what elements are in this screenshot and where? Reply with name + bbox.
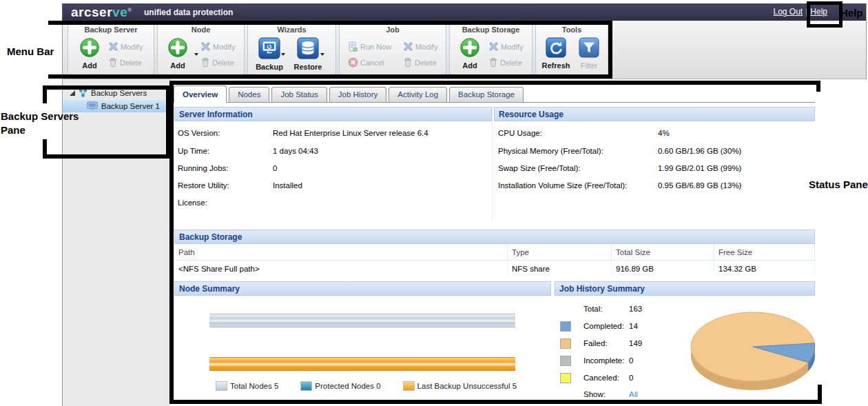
tab-overview[interactable]: Overview [174,85,227,103]
field-label: Up Time: [178,147,273,155]
legend-label: Protected Nodes 0 [315,382,380,390]
legend-item-total-nodes: Total Nodes 5 [216,381,278,391]
filter-button[interactable]: Filter [573,37,605,70]
field-label: Installation Volume Size (Free/Total): [498,181,658,190]
job-modify-button[interactable]: Modify [403,39,437,54]
field-value: 1 days 04:43 [273,147,318,155]
show-all-link[interactable]: All [629,390,638,398]
group-title: Backup Storage [450,24,532,36]
job-history-summary-panel: Job History Summary Total:163 Completed:… [555,281,815,403]
annotation-backup-servers-pane-line2: Pane [1,124,25,136]
job-delete-button[interactable]: Delete [403,54,437,70]
filter-label: Filter [573,61,605,70]
group-wizards: Wizards Backup Restore [247,23,336,75]
cell-free-size: 134.32 GB [714,261,815,277]
chevron-down-icon[interactable] [320,53,324,56]
delete-label: Delete [415,59,437,67]
column-header-path[interactable]: Path [174,244,508,261]
chevron-down-icon[interactable] [194,53,198,56]
panel-title: Resource Usage [494,107,815,121]
add-icon [459,37,480,58]
group-title: Job [340,24,446,36]
tab-job-history[interactable]: Job History [329,87,387,102]
job-cancel-button[interactable]: Cancel [348,54,391,70]
panel-title: Node Summary [174,281,551,296]
chevron-down-icon[interactable] [281,53,285,56]
logout-link[interactable]: Log Out [773,7,803,17]
annotation-backup-servers-pane-line1: Backup Servers [1,110,79,122]
field-value: 0 [273,164,277,172]
annotation-menu-bar-label: Menu Bar [7,45,54,57]
protected-nodes-swatch [300,381,312,391]
backup-servers-pane: Backup Servers Backup Server 1 [62,79,170,406]
tree-expander-icon[interactable] [70,90,75,96]
restore-wizard-button[interactable]: Restore [292,37,324,71]
trash-icon [200,57,210,68]
node-delete-button[interactable]: Delete [200,54,235,70]
menu-bar: Backup Server Add Modify Delete Node [62,21,867,79]
tree-callout-right-line [166,85,170,159]
backup-wizard-icon [258,37,280,59]
panel-title: Server Information [174,107,492,121]
backup-server-delete-button[interactable]: Delete [108,54,143,70]
annotation-status-pane-label: Status Pane [809,179,868,190]
menu-bar-callout-bottom-line [48,74,612,79]
legend-item-protected-nodes: Protected Nodes 0 [300,381,380,391]
field-label: Restore Utility: [178,181,273,190]
add-label: Add [162,61,194,70]
tree-callout-top-line [43,85,170,90]
group-title: Wizards [248,24,335,36]
run-now-icon [348,41,358,52]
jh-value: 0 [629,374,633,382]
jh-value: 163 [629,305,642,313]
menu-bar-callout-right-line [608,21,612,79]
column-header-type[interactable]: Type [508,244,612,261]
legend-label: Last Backup Unsuccessful 5 [417,382,517,390]
modify-icon [200,41,211,52]
completed-swatch [560,321,571,332]
tab-backup-storage[interactable]: Backup Storage [449,87,524,102]
status-pane: Overview Nodes Job Status Job History Ac… [170,79,815,406]
job-run-now-button[interactable]: Run Now [348,39,391,54]
cancel-icon [348,57,358,68]
column-header-free-size[interactable]: Free Size [714,244,815,261]
group-node: Node Add Modify Delete [157,23,245,75]
app-header: arcserve® unified data protection Log Ou… [62,3,867,21]
backup-storage-delete-button[interactable]: Delete [488,54,523,70]
tab-job-status[interactable]: Job Status [271,87,327,102]
group-backup-server: Backup Server Add Modify Delete [68,23,154,75]
column-header-total-size[interactable]: Total Size [612,244,714,261]
node-add-button[interactable]: Add [162,37,194,70]
tab-nodes[interactable]: Nodes [229,87,269,102]
backup-storage-panel: Backup Storage Path Type Total Size Free… [174,230,815,276]
arcserve-logo: arcserve® [71,5,132,20]
field-label: License: [178,199,273,207]
server-information-panel: Server Information OS Version:Red Hat En… [174,107,493,221]
legend-item-last-backup-unsuccessful: Last Backup Unsuccessful 5 [403,381,517,391]
backup-server-modify-button[interactable]: Modify [108,39,143,54]
group-tools: Tools Refresh Filter [535,23,608,75]
cell-type: NFS share [508,261,612,277]
total-nodes-bar [209,314,515,327]
main-area: Backup Servers Backup Server 1 Overview … [62,79,867,406]
cancel-label: Cancel [360,59,384,67]
tab-activity-log[interactable]: Activity Log [389,87,447,102]
tree-server-label: Backup Server 1 [101,102,160,110]
node-modify-button[interactable]: Modify [200,39,235,54]
cell-path: <NFS Share Full path> [174,261,508,277]
backup-server-add-button[interactable]: Add [74,37,105,70]
backup-storage-modify-button[interactable]: Modify [488,39,523,54]
backup-storage-add-button[interactable]: Add [454,37,486,70]
tree-callout-left-lower-line [43,139,47,159]
table-row[interactable]: <NFS Share Full path> NFS share 916.89 G… [174,261,815,277]
panel-title: Job History Summary [555,281,815,296]
delete-label: Delete [120,59,142,67]
jh-label: Failed: [583,339,608,347]
backup-storage-table: Path Type Total Size Free Size <NFS Shar… [174,244,815,276]
refresh-button[interactable]: Refresh [540,37,572,70]
modify-label: Modify [121,43,143,51]
last-backup-unsuccessful-swatch [403,381,415,391]
jh-label: Completed: [583,322,624,330]
trash-icon [108,57,118,68]
modify-label: Modify [415,43,437,51]
